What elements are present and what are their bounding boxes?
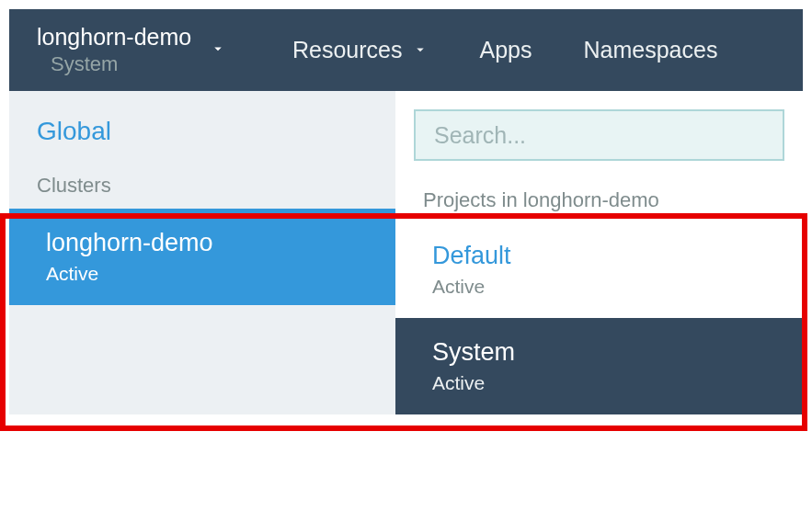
chevron-down-icon <box>412 37 429 63</box>
search-input[interactable] <box>414 109 784 161</box>
cluster-project: System <box>37 52 191 76</box>
project-item-status: Active <box>432 276 775 298</box>
cluster-selector[interactable]: longhorn-demo System <box>9 9 267 91</box>
clusters-column: Global Clusters longhorn-demo Active <box>9 91 395 414</box>
project-item-status: Active <box>432 372 775 394</box>
chevron-down-icon <box>210 40 226 61</box>
project-item-system[interactable]: System Active <box>395 318 803 414</box>
project-item-default[interactable]: Default Active <box>395 221 803 318</box>
project-item-name: Default <box>432 242 775 270</box>
cluster-item-status: Active <box>46 263 368 285</box>
projects-column: Projects in longhorn-demo Default Active… <box>395 91 803 414</box>
nav-namespaces-label: Namespaces <box>583 37 717 63</box>
global-link[interactable]: Global <box>9 91 395 165</box>
nav-apps-label: Apps <box>480 37 532 63</box>
search-wrap <box>395 91 803 177</box>
projects-section-label: Projects in longhorn-demo <box>395 177 803 221</box>
topbar: longhorn-demo System Resources Apps Name… <box>9 9 803 91</box>
clusters-section-label: Clusters <box>9 165 395 209</box>
cluster-item-name: longhorn-demo <box>46 229 368 257</box>
cluster-item-longhorn-demo[interactable]: longhorn-demo Active <box>9 209 395 305</box>
nav-resources-label: Resources <box>292 37 403 63</box>
nav-apps[interactable]: Apps <box>454 9 558 91</box>
cluster-dropdown: Global Clusters longhorn-demo Active Pro… <box>9 91 803 414</box>
cluster-name: longhorn-demo <box>37 24 191 51</box>
project-item-name: System <box>432 338 775 367</box>
nav-namespaces[interactable]: Namespaces <box>557 9 743 91</box>
nav-resources[interactable]: Resources <box>267 9 454 91</box>
